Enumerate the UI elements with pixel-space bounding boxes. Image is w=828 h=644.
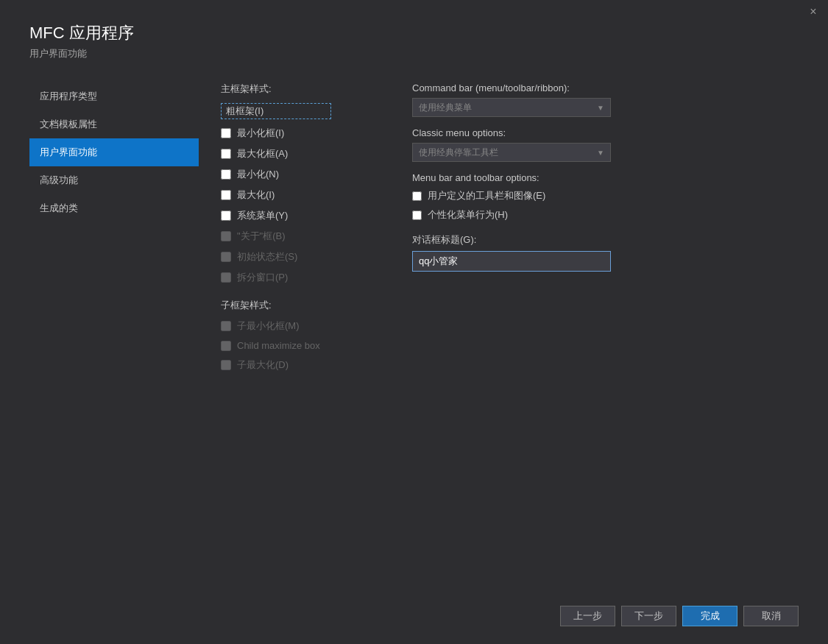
- cancel-button[interactable]: 取消: [743, 606, 799, 626]
- max-box-label: 最大化框(A): [237, 147, 288, 160]
- about-box-item: "关于"框(B): [221, 230, 383, 243]
- next-button[interactable]: 下一步: [621, 606, 676, 626]
- dialog-title-label: 对话框标题(G):: [412, 233, 799, 247]
- left-panel: 主框架样式: 粗框架(I) 最小化框(I) 最大化框(A): [221, 82, 383, 594]
- child-frame-section: 子框架样式: 子最小化框(M) Child maximize box 子最大化(…: [221, 299, 383, 372]
- custom-toolbar-label: 用户定义的工具栏和图像(E): [428, 189, 545, 202]
- child-min-item: 子最小化框(M): [221, 319, 383, 333]
- child-max-box-label: Child maximize box: [237, 340, 320, 351]
- sidebar-item-ui-features[interactable]: 用户界面功能: [29, 138, 199, 166]
- min-box-label: 最小化框(I): [237, 127, 284, 140]
- child-min-label: 子最小化框(M): [237, 319, 300, 333]
- system-menu-label: 系统菜单(Y): [237, 209, 288, 222]
- split-window-item: 拆分窗口(P): [221, 271, 383, 284]
- custom-toolbar-item[interactable]: 用户定义的工具栏和图像(E): [412, 189, 799, 202]
- command-bar-label: Command bar (menu/toolbar/ribbon):: [412, 82, 799, 93]
- prev-button[interactable]: 上一步: [560, 606, 615, 626]
- min-box-checkbox[interactable]: [221, 128, 231, 138]
- child-min-checkbox: [221, 321, 231, 331]
- minimize-label: 最小化(N): [237, 168, 279, 181]
- sidebar-item-doc-template[interactable]: 文档模板属性: [29, 110, 199, 138]
- dialog-title-input[interactable]: [412, 251, 611, 272]
- dialog-footer: 上一步 下一步 完成 取消: [0, 594, 828, 644]
- dialog-body: 应用程序类型 文档模板属性 用户界面功能 高级功能 生成的类 主框架样式:: [0, 75, 828, 594]
- command-bar-arrow-icon: ▼: [597, 104, 604, 112]
- classic-menu-arrow-icon: ▼: [597, 149, 604, 157]
- child-max-box-item: Child maximize box: [221, 340, 383, 351]
- initial-status-checkbox: [221, 252, 231, 262]
- finish-button[interactable]: 完成: [682, 606, 737, 626]
- max-box-checkbox[interactable]: [221, 149, 231, 159]
- split-window-label: 拆分窗口(P): [237, 271, 288, 284]
- system-menu-checkbox[interactable]: [221, 210, 231, 221]
- initial-status-item: 初始状态栏(S): [221, 250, 383, 263]
- dialog: × MFC 应用程序 用户界面功能 应用程序类型 文档模板属性 用户界面功能 高…: [0, 0, 828, 644]
- close-button[interactable]: ×: [804, 3, 822, 21]
- minimize-item[interactable]: 最小化(N): [221, 168, 383, 181]
- sidebar-item-app-type[interactable]: 应用程序类型: [29, 82, 199, 110]
- maximize-item[interactable]: 最大化(I): [221, 188, 383, 202]
- right-panel: Command bar (menu/toolbar/ribbon): 使用经典菜…: [412, 82, 799, 594]
- command-bar-dropdown[interactable]: 使用经典菜单 ▼: [412, 98, 611, 117]
- child-maximize-checkbox: [221, 360, 231, 370]
- system-menu-item[interactable]: 系统菜单(Y): [221, 209, 383, 222]
- sidebar: 应用程序类型 文档模板属性 用户界面功能 高级功能 生成的类: [29, 75, 199, 594]
- thick-frame-item[interactable]: 粗框架(I): [221, 103, 383, 119]
- max-box-item[interactable]: 最大化框(A): [221, 147, 383, 160]
- sidebar-item-generated-class[interactable]: 生成的类: [29, 194, 199, 222]
- min-box-item[interactable]: 最小化框(I): [221, 127, 383, 140]
- about-box-checkbox: [221, 231, 231, 241]
- maximize-checkbox[interactable]: [221, 190, 231, 200]
- classic-menu-dropdown[interactable]: 使用经典停靠工具栏 ▼: [412, 143, 611, 162]
- minimize-checkbox[interactable]: [221, 169, 231, 180]
- about-box-label: "关于"框(B): [237, 230, 286, 243]
- menu-bar-label: Menu bar and toolbar options:: [412, 172, 799, 183]
- personalized-menu-checkbox[interactable]: [412, 210, 422, 220]
- content-area: 主框架样式: 粗框架(I) 最小化框(I) 最大化框(A): [199, 75, 799, 594]
- thick-frame-label: 粗框架(I): [221, 103, 331, 119]
- child-maximize-label: 子最大化(D): [237, 358, 289, 372]
- personalized-menu-label: 个性化菜单行为(H): [428, 208, 508, 222]
- main-frame-title: 主框架样式:: [221, 82, 383, 96]
- child-frame-title: 子框架样式:: [221, 299, 383, 312]
- child-max-box-checkbox: [221, 341, 231, 351]
- maximize-label: 最大化(I): [237, 188, 275, 202]
- custom-toolbar-checkbox[interactable]: [412, 191, 422, 201]
- title-bar: ×: [0, 0, 828, 24]
- classic-menu-label: Classic menu options:: [412, 127, 799, 138]
- personalized-menu-item[interactable]: 个性化菜单行为(H): [412, 208, 799, 222]
- sidebar-item-advanced[interactable]: 高级功能: [29, 166, 199, 194]
- split-window-checkbox: [221, 272, 231, 283]
- initial-status-label: 初始状态栏(S): [237, 250, 297, 263]
- dialog-subtitle: 用户界面功能: [29, 47, 799, 60]
- child-maximize-item: 子最大化(D): [221, 358, 383, 372]
- dialog-title: MFC 应用程序: [29, 22, 799, 44]
